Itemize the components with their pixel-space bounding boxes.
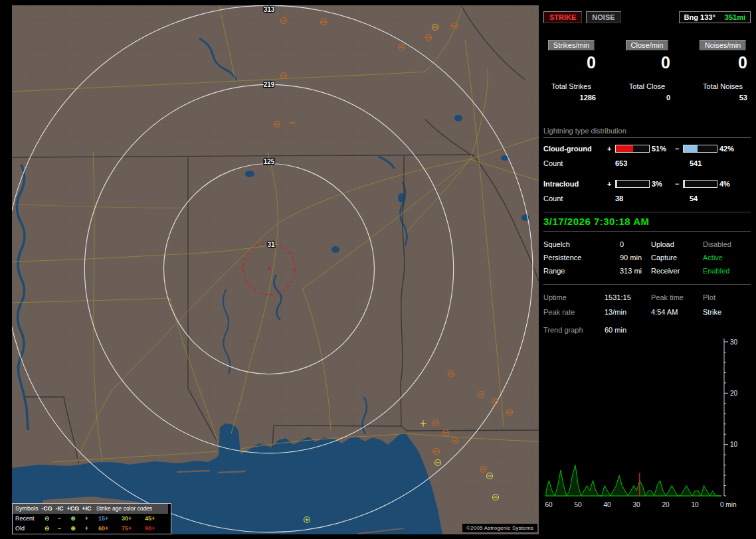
minus-sign: −: [675, 145, 683, 153]
recent-cg-neg-icon: ⊖: [41, 514, 53, 524]
plus-sign: +: [607, 145, 615, 153]
stats-grid: Uptime 1531:15 Peak time Plot Peak rate …: [543, 290, 751, 319]
copyright-notice: ©2005 Astrogenic Systems: [462, 524, 537, 532]
svg-text:60: 60: [545, 501, 553, 508]
range-value: 313 mi: [620, 264, 651, 277]
cg-positive-count: 653: [615, 159, 690, 169]
strikes-per-min-value: 0: [543, 53, 599, 72]
cg-count-label: Count: [543, 159, 607, 169]
capture-status: Active: [703, 251, 751, 264]
separator: [543, 231, 751, 232]
squelch-label: Squelch: [543, 238, 620, 251]
distribution-title: Lightning type distribution: [543, 127, 751, 138]
total-close-label: Total Close: [620, 82, 674, 90]
noise-toggle-button[interactable]: NOISE: [586, 11, 620, 23]
legend-col-cg-pos: +CG: [66, 504, 80, 514]
noises-per-min-value: 0: [695, 53, 751, 72]
total-noises-label: Total Noises: [695, 82, 751, 90]
cg-count-row: Count 653 541: [543, 159, 751, 169]
age-code-45: 45+: [143, 514, 168, 524]
cg-negative-percent: 42%: [717, 145, 744, 153]
plot-value: Strike: [703, 305, 751, 319]
distance-value: 351mi: [725, 13, 745, 21]
svg-text:20: 20: [730, 390, 738, 397]
ring-label-125: 125: [264, 158, 275, 165]
age-code-75: 75+: [120, 524, 143, 534]
minus-sign: −: [675, 180, 683, 188]
plot-label: Plot: [703, 290, 751, 305]
trend-window-value: 60 min: [605, 325, 751, 335]
legend-recent-label: Recent: [13, 514, 41, 524]
ic-positive-bar: [615, 180, 650, 188]
upload-status: Disabled: [703, 238, 751, 251]
total-close-value: 0: [620, 94, 674, 102]
old-cg-pos-icon: ⊕: [66, 524, 80, 534]
old-ic-pos-icon: +: [80, 524, 93, 534]
capture-label: Capture: [651, 251, 703, 264]
plus-sign: +: [607, 180, 615, 188]
ic-count-row: Count 38 54: [543, 194, 751, 204]
cg-positive-bar: [615, 145, 650, 153]
ic-negative-percent: 4%: [717, 180, 744, 188]
old-ic-neg-icon: −: [53, 524, 66, 534]
svg-text:10: 10: [730, 441, 738, 448]
totals-labels-row: Total Strikes Total Close Total Noises: [543, 82, 751, 90]
ic-positive-percent: 3%: [650, 180, 675, 188]
peak-time-value: 4:54 AM: [651, 305, 703, 319]
cg-negative-bar: [683, 145, 717, 153]
ic-negative-bar: [683, 180, 717, 188]
svg-text:30: 30: [730, 339, 738, 346]
datetime-display: 3/17/2026 7:30:18 AM: [543, 216, 751, 228]
legend-col-ic-pos: +IC: [80, 504, 93, 514]
noises-per-min-button[interactable]: Noises/min: [700, 40, 746, 50]
status-panel: STRIKE NOISE Bng 133° 351mi Strikes/min …: [543, 5, 751, 534]
total-noises-value: 53: [695, 94, 751, 102]
age-code-60: 60+: [96, 524, 120, 534]
ring-label-219: 219: [264, 81, 275, 88]
range-label: Range: [543, 264, 620, 277]
close-per-min-button[interactable]: Close/min: [626, 40, 669, 50]
legend-old-label: Old: [13, 524, 41, 534]
persistence-label: Persistence: [543, 251, 620, 264]
ring-label-313: 313: [264, 6, 275, 13]
total-strikes-value: 1286: [543, 94, 599, 102]
intracloud-label: Intracloud: [543, 180, 607, 188]
svg-text:40: 40: [603, 501, 611, 508]
separator: [543, 212, 751, 212]
legend-col-ic-neg: -IC: [53, 504, 66, 514]
svg-text:20: 20: [662, 501, 670, 508]
totals-values-row: 1286 0 53: [543, 94, 751, 102]
ic-positive-count: 38: [615, 194, 690, 204]
ic-negative-count: 54: [690, 194, 744, 204]
peak-time-label: Peak time: [651, 290, 703, 305]
squelch-value: 0: [620, 238, 651, 251]
legend-col-cg-neg: -CG: [41, 504, 53, 514]
legend-symbols-header: Symbols: [13, 504, 41, 514]
persistence-value: 90 min: [620, 251, 651, 264]
lightning-map[interactable]: 313 219 125 31 Symbols -CG -IC +CG +IC S…: [12, 5, 539, 534]
uptime-label: Uptime: [543, 290, 605, 305]
rate-buttons-row: Strikes/min Close/min Noises/min: [543, 40, 751, 50]
old-cg-neg-icon: ⊖: [41, 524, 53, 534]
trend-label-row: Trend graph 60 min: [543, 325, 751, 335]
age-code-90: 90+: [143, 524, 168, 534]
intracloud-row: Intracloud + 3% − 4%: [543, 179, 751, 189]
svg-text:50: 50: [574, 501, 582, 508]
recent-cg-pos-icon: ⊕: [66, 514, 80, 524]
ic-count-label: Count: [543, 194, 607, 204]
peak-rate-label: Peak rate: [543, 305, 605, 319]
trend-graph-label: Trend graph: [543, 325, 605, 335]
bearing-readout: Bng 133° 351mi: [679, 11, 751, 23]
legend-age-title: Strike age color codes: [96, 504, 168, 514]
bearing-value: Bng 133°: [684, 13, 715, 21]
peak-rate-value: 13/min: [605, 305, 651, 319]
settings-grid: Squelch 0 Upload Disabled Persistence 90…: [543, 238, 751, 277]
strike-toggle-button[interactable]: STRIKE: [543, 11, 582, 23]
ring-label-31: 31: [267, 241, 275, 248]
strikes-per-min-button[interactable]: Strikes/min: [548, 40, 595, 50]
svg-text:0 min: 0 min: [720, 501, 736, 508]
cloud-ground-label: Cloud-ground: [543, 145, 607, 153]
toolbar: STRIKE NOISE Bng 133° 351mi: [543, 11, 751, 24]
map-canvas[interactable]: 313 219 125 31: [12, 5, 539, 534]
separator: [543, 284, 751, 285]
